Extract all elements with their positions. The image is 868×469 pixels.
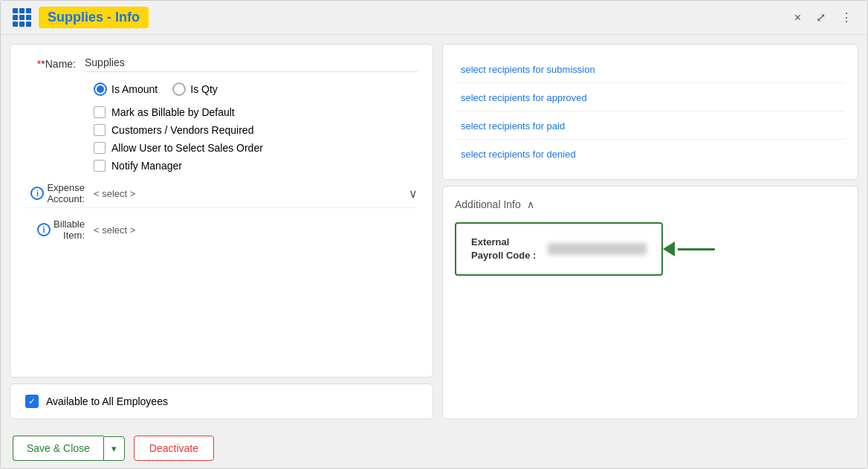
additional-info-chevron-icon[interactable]: ∧ [527, 198, 534, 210]
radio-is-qty[interactable]: Is Qty [172, 83, 218, 96]
save-close-button[interactable]: Save & Close [13, 436, 103, 461]
billable-item-row: i BillableItem: < select > [25, 219, 418, 244]
checkbox-customers-label: Customers / Vendors Required [111, 124, 253, 136]
billable-item-label: BillableItem: [54, 219, 85, 241]
page-title: Supplies - Info [39, 7, 149, 28]
more-options-button[interactable]: ⋮ [838, 7, 855, 28]
left-panel: **Name: Is Amount Is Qty [10, 44, 433, 419]
checkmark-icon: ✓ [28, 396, 36, 407]
available-section: ✓ Available to All Employees [10, 384, 433, 419]
radio-qty-circle [172, 83, 186, 96]
expense-account-label: ExpenseAccount: [47, 182, 85, 204]
arrow-line [678, 248, 715, 250]
checkbox-sales-order-label: Allow User to Select Sales Order [111, 142, 263, 154]
header-left: Supplies - Info [13, 7, 149, 28]
modal-window: Supplies - Info × ⤢ ⋮ **Name: [0, 0, 868, 469]
billable-label-wrapper: i BillableItem: [25, 219, 94, 241]
header-actions: × ⤢ ⋮ [791, 7, 855, 28]
checkbox-customers-box [94, 124, 106, 136]
payroll-value-blurred [548, 243, 647, 255]
external-payroll-wrapper: ExternalPayroll Code : [455, 222, 663, 276]
grid-icon [13, 8, 31, 27]
checkbox-notify[interactable]: Notify Manager [94, 160, 418, 172]
green-arrow-icon [663, 242, 715, 256]
radio-is-amount[interactable]: Is Amount [94, 83, 158, 96]
checkbox-notify-box [94, 160, 106, 172]
right-panel: select recipients for submission select … [442, 44, 858, 419]
name-label: **Name: [25, 56, 85, 70]
radio-amount-circle [94, 83, 107, 96]
checkbox-customers[interactable]: Customers / Vendors Required [94, 124, 418, 136]
checkboxes-group: Mark as Billable by Default Customers / … [94, 106, 418, 172]
expense-account-placeholder: < select > [94, 188, 135, 199]
expand-button[interactable]: ⤢ [813, 7, 829, 28]
billable-info-icon[interactable]: i [37, 223, 51, 236]
radio-amount-label: Is Amount [111, 83, 158, 95]
close-button[interactable]: × [791, 8, 804, 28]
additional-info-section: Additional Info ∧ ExternalPayroll Code : [442, 186, 858, 419]
available-checkbox[interactable]: ✓ [25, 395, 39, 408]
recipient-approved[interactable]: select recipients for approved [455, 85, 846, 111]
expense-chevron-icon: ∨ [409, 187, 418, 201]
checkbox-billable-label: Mark as Billable by Default [111, 106, 235, 118]
checkbox-billable[interactable]: Mark as Billable by Default [94, 106, 418, 118]
expense-info-icon[interactable]: i [30, 187, 44, 200]
expense-account-row: i ExpenseAccount: < select > ∨ [25, 182, 418, 208]
expense-label-wrapper: i ExpenseAccount: [25, 182, 94, 204]
additional-info-header: Additional Info ∧ [455, 198, 846, 210]
checkbox-sales-order-box [94, 142, 106, 154]
recipient-denied[interactable]: select recipients for denied [455, 141, 846, 167]
checkbox-billable-box [94, 106, 106, 118]
additional-info-label: Additional Info [455, 198, 521, 210]
modal-footer: Save & Close ▾ Deactivate [1, 428, 867, 468]
name-input[interactable] [85, 56, 418, 72]
external-payroll-box: ExternalPayroll Code : [455, 222, 663, 276]
form-section: **Name: Is Amount Is Qty [10, 44, 433, 378]
billable-item-select[interactable]: < select > [94, 224, 418, 236]
checkbox-notify-label: Notify Manager [111, 160, 182, 172]
recipients-section: select recipients for submission select … [442, 44, 858, 180]
available-label: Available to All Employees [46, 395, 168, 407]
modal-body: **Name: Is Amount Is Qty [1, 35, 867, 428]
radio-qty-label: Is Qty [190, 83, 218, 95]
billable-item-placeholder: < select > [94, 224, 135, 236]
external-payroll-label: ExternalPayroll Code : [471, 236, 536, 262]
recipient-paid[interactable]: select recipients for paid [455, 113, 846, 140]
name-value [85, 56, 418, 72]
radio-group: Is Amount Is Qty [94, 83, 418, 96]
modal-header: Supplies - Info × ⤢ ⋮ [1, 1, 867, 35]
recipient-submission[interactable]: select recipients for submission [455, 56, 846, 83]
expense-account-select[interactable]: < select > ∨ [94, 187, 418, 201]
arrow-head [663, 242, 675, 256]
checkbox-sales-order[interactable]: Allow User to Select Sales Order [94, 142, 418, 154]
name-label-text: *Name: [41, 58, 76, 70]
name-field-row: **Name: [25, 56, 418, 72]
deactivate-button[interactable]: Deactivate [134, 436, 214, 461]
save-dropdown-button[interactable]: ▾ [103, 436, 125, 461]
